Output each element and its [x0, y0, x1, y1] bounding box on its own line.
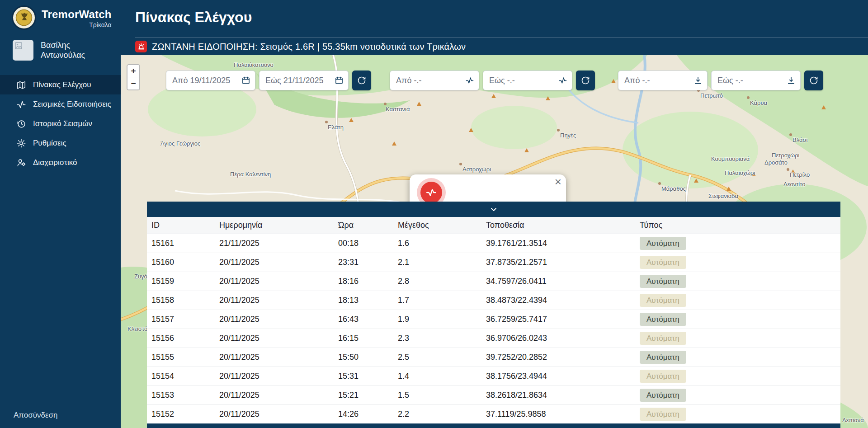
- app-root: TremorWatch Τρίκαλα Βασίλης Αντωνούλας: [0, 0, 868, 428]
- image-placeholder-icon: [15, 42, 22, 49]
- calendar-icon: [335, 76, 344, 85]
- refresh-icon: [357, 76, 366, 85]
- col-header-date: Ημερομηνία: [215, 217, 334, 234]
- type-badge[interactable]: Αυτόματη: [640, 389, 686, 402]
- sidebar-item-label: Ιστορικό Σεισμών: [33, 119, 92, 128]
- depth-icon: [787, 76, 796, 85]
- date-from-input[interactable]: Από 19/11/2025: [166, 71, 255, 90]
- cell-location: 38.2618/21.8634: [481, 386, 635, 405]
- magnitude-from-input[interactable]: Από -.-: [390, 71, 479, 90]
- cell-date: 20/11/2025: [215, 367, 334, 386]
- sidebar-item-dashboard[interactable]: Πίνακας Ελέγχου: [0, 75, 121, 94]
- cell-id: 15156: [147, 329, 215, 348]
- cell-id: 15153: [147, 386, 215, 405]
- magnitude-filter-group: Από -.- Εώς -.-: [390, 71, 595, 90]
- cell-id: 15159: [147, 272, 215, 291]
- cell-location: 39.7252/20.2852: [481, 348, 635, 367]
- table-row[interactable]: 15152 20/11/2025 14:26 2.2 37.1119/25.98…: [147, 405, 840, 424]
- user-name: Βασίλης Αντωνούλας: [41, 40, 85, 61]
- cell-magnitude: 1.5: [393, 386, 481, 405]
- cell-time: 16:43: [334, 310, 393, 329]
- cell-time: 18:13: [334, 291, 393, 310]
- type-badge[interactable]: Αυτόματη: [640, 256, 686, 269]
- type-badge[interactable]: Αυτόματη: [640, 237, 686, 250]
- table-row[interactable]: 15153 20/11/2025 15:21 1.5 38.2618/21.86…: [147, 386, 840, 405]
- date-to-input[interactable]: Εώς 21/11/2025: [259, 71, 349, 90]
- table-row[interactable]: 15157 20/11/2025 16:43 1.9 36.7259/25.74…: [147, 310, 840, 329]
- type-badge[interactable]: Αυτόματη: [640, 275, 686, 288]
- brand-text: TremorWatch Τρίκαλα: [42, 5, 112, 28]
- cell-id: 15155: [147, 348, 215, 367]
- table-row[interactable]: 15154 20/11/2025 15:31 1.4 38.1756/23.49…: [147, 367, 840, 386]
- col-header-type: Τύπος: [635, 217, 840, 234]
- table-row[interactable]: 15161 21/11/2025 00:18 1.6 39.1761/21.35…: [147, 234, 840, 253]
- cell-id: 15154: [147, 367, 215, 386]
- table-row[interactable]: 15158 20/11/2025 18:13 1.7 38.4873/22.43…: [147, 291, 840, 310]
- type-badge[interactable]: Αυτόματη: [640, 408, 686, 421]
- avatar: [13, 40, 33, 61]
- cell-location: 38.1756/23.4944: [481, 367, 635, 386]
- col-header-magnitude: Μέγεθος: [393, 217, 481, 234]
- cell-location: 39.1761/21.3514: [481, 234, 635, 253]
- cell-type: Αυτόματη: [635, 234, 840, 253]
- cell-location: 37.1119/25.9858: [481, 405, 635, 424]
- table-row[interactable]: 15159 20/11/2025 18:16 2.8 34.7597/26.04…: [147, 272, 840, 291]
- sidebar-item-seismic-alerts[interactable]: Σεισμικές Ειδοποιήσεις: [0, 94, 121, 114]
- col-header-location: Τοποθεσία: [481, 217, 635, 234]
- sidebar-item-admin[interactable]: Διαχειριστικό: [0, 153, 121, 172]
- cell-magnitude: 2.2: [393, 405, 481, 424]
- cell-magnitude: 1.4: [393, 367, 481, 386]
- type-badge[interactable]: Αυτόματη: [640, 294, 686, 307]
- table-row[interactable]: 15156 20/11/2025 16:15 2.3 36.9706/26.02…: [147, 329, 840, 348]
- earthquake-marker-icon: [420, 182, 442, 203]
- magnitude-to-value: Εώς -.-: [489, 76, 515, 85]
- type-badge[interactable]: Αυτόματη: [640, 313, 686, 326]
- user-gear-icon: [16, 158, 26, 168]
- sidebar-item-label: Ρυθμίσεις: [33, 139, 66, 148]
- date-to-value: Εώς 21/11/2025: [265, 76, 324, 85]
- cell-time: 14:26: [334, 405, 393, 424]
- map-zoom-control: + −: [127, 64, 140, 90]
- depth-from-value: Από -.-: [624, 76, 650, 85]
- cell-type: Αυτόματη: [635, 386, 840, 405]
- popup-close-button[interactable]: ×: [555, 176, 561, 188]
- cell-time: 16:15: [334, 329, 393, 348]
- topbar: Πίνακας Ελέγχου ΖΩΝΤΑΝΗ ΕΙΔΟΠΟΙΗΣΗ: Σεισ…: [121, 0, 868, 55]
- table-row[interactable]: 15160 20/11/2025 23:31 2.1 37.8735/21.25…: [147, 253, 840, 272]
- zoom-in-button[interactable]: +: [127, 65, 139, 77]
- type-badge[interactable]: Αυτόματη: [640, 370, 686, 383]
- sidebar-item-label: Διαχειριστικό: [33, 158, 77, 167]
- depth-filter-group: Από -.- Εώς -.-: [618, 71, 823, 90]
- table-row[interactable]: 15155 20/11/2025 15:50 2.5 39.7252/20.28…: [147, 348, 840, 367]
- depth-refresh-button[interactable]: [804, 71, 823, 90]
- type-badge[interactable]: Αυτόματη: [640, 351, 686, 364]
- sidebar: TremorWatch Τρίκαλα Βασίλης Αντωνούλας: [0, 0, 121, 428]
- cell-id: 15157: [147, 310, 215, 329]
- brand-name: TremorWatch: [42, 8, 112, 21]
- sidebar-item-settings[interactable]: Ρυθμίσεις: [0, 133, 121, 153]
- cell-location: 37.8735/21.2571: [481, 253, 635, 272]
- cell-location: 34.7597/26.0411: [481, 272, 635, 291]
- magnitude-refresh-button[interactable]: [576, 71, 595, 90]
- type-badge[interactable]: Αυτόματη: [640, 332, 686, 345]
- date-refresh-button[interactable]: [352, 71, 371, 90]
- cell-time: 23:31: [334, 253, 393, 272]
- table-footer-bar[interactable]: [147, 423, 840, 428]
- refresh-icon: [581, 76, 590, 85]
- header-divider: [135, 37, 868, 38]
- logout-link[interactable]: Αποσύνδεση: [14, 411, 58, 420]
- magnitude-to-input[interactable]: Εώς -.-: [483, 71, 572, 90]
- table-header-row: ID Ημερομηνία Ώρα Μέγεθος Τοποθεσία Τύπο…: [147, 217, 840, 234]
- sidebar-nav: Πίνακας Ελέγχου Σεισμικές Ειδοποιήσεις Ι…: [0, 75, 121, 428]
- cell-type: Αυτόματη: [635, 291, 840, 310]
- activity-icon: [16, 99, 26, 109]
- sidebar-item-earthquake-history[interactable]: Ιστορικό Σεισμών: [0, 114, 121, 133]
- depth-from-input[interactable]: Από -.-: [618, 71, 708, 90]
- brand-logo-seal: [12, 5, 36, 30]
- history-icon: [16, 119, 26, 129]
- depth-to-input[interactable]: Εώς -.-: [711, 71, 801, 90]
- cell-id: 15161: [147, 234, 215, 253]
- cell-time: 15:21: [334, 386, 393, 405]
- zoom-out-button[interactable]: −: [127, 77, 139, 89]
- table-collapse-bar[interactable]: [147, 202, 840, 217]
